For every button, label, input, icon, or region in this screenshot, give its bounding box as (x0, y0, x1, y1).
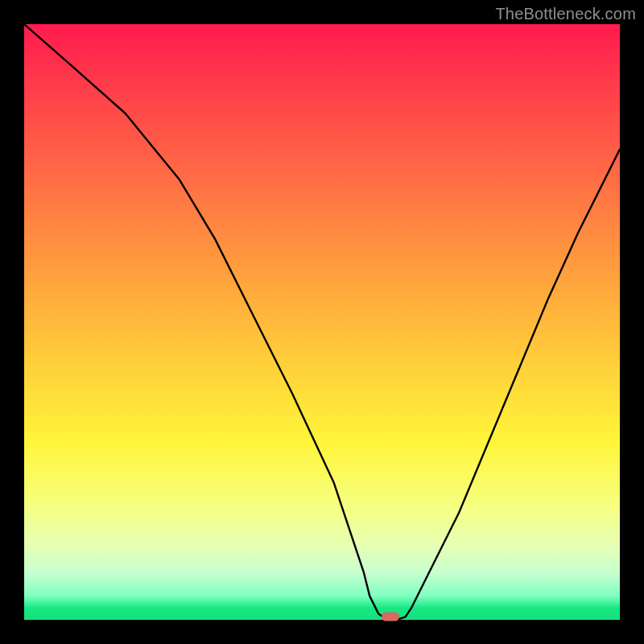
watermark-text: TheBottleneck.com (495, 5, 636, 23)
bottleneck-curve (24, 24, 620, 620)
optimal-marker (382, 613, 399, 621)
plot-area (24, 24, 620, 620)
chart-frame: TheBottleneck.com (0, 0, 644, 644)
